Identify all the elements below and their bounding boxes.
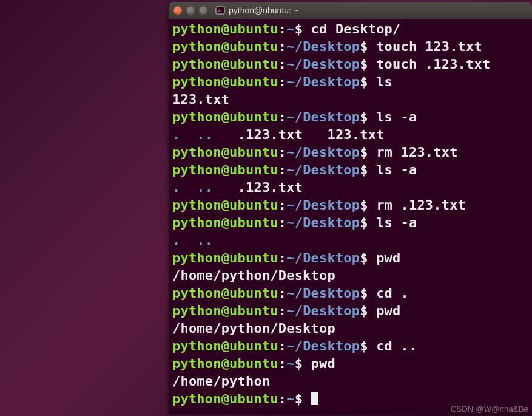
prompt-userhost: python@ubuntu	[172, 356, 278, 371]
cursor	[311, 392, 318, 405]
terminal-line: python@ubuntu:~$ cd Desktop/	[172, 20, 528, 38]
terminal-output: . .. .123.txt 123.txt	[172, 126, 528, 143]
prompt-sigil: $	[360, 145, 376, 160]
terminal-line: python@ubuntu:~/Desktop$ pwd	[172, 249, 528, 267]
prompt-path: ~/Desktop	[286, 250, 360, 265]
prompt-sep: :	[278, 145, 286, 160]
prompt-path: ~/Desktop	[286, 215, 360, 230]
prompt-userhost: python@ubuntu	[172, 74, 278, 89]
terminal-line: python@ubuntu:~/Desktop$ touch .123.txt	[172, 55, 528, 73]
terminal-line: python@ubuntu:~/Desktop$ cd ..	[172, 337, 528, 355]
command-text: pwd	[376, 250, 400, 265]
terminal-line: python@ubuntu:~/Desktop$ touch 123.txt	[172, 38, 528, 55]
prompt-sigil: $	[360, 56, 376, 72]
command-text: cd .	[376, 285, 409, 301]
terminal-line: python@ubuntu:~/Desktop$ ls -a	[172, 214, 528, 231]
command-text: rm 123.txt	[376, 145, 457, 160]
prompt-sep: :	[278, 391, 286, 406]
prompt-sep: :	[278, 250, 286, 265]
file-entry: 123.txt	[327, 127, 384, 142]
terminal-line: python@ubuntu:~/Desktop$ pwd	[172, 302, 528, 319]
file-entry: .123.txt	[238, 127, 303, 142]
prompt-userhost: python@ubuntu	[172, 285, 278, 301]
dir-entry: ..	[197, 233, 213, 248]
terminal-line: python@ubuntu:~/Desktop$ cd .	[172, 284, 528, 302]
prompt-path: ~/Desktop	[286, 56, 360, 72]
prompt-path: ~/Desktop	[286, 338, 360, 353]
prompt-sep: :	[278, 21, 286, 36]
prompt-sigil: $	[360, 39, 376, 54]
maximize-icon[interactable]	[199, 6, 207, 15]
terminal-output: . .. .123.txt	[172, 179, 528, 196]
prompt-sigil: $	[295, 391, 311, 406]
prompt-sigil: $	[360, 109, 376, 124]
prompt-path: ~/Desktop	[286, 109, 360, 124]
prompt-path: ~/Desktop	[286, 162, 360, 177]
screen: >_ python@ubuntu: ~ python@ubuntu:~$ cd …	[0, 0, 532, 416]
prompt-sep: :	[278, 285, 286, 301]
terminal-output: . ..	[172, 231, 528, 249]
prompt-path: ~/Desktop	[286, 197, 360, 213]
prompt-sep: :	[278, 74, 286, 89]
terminal-line: python@ubuntu:~/Desktop$ ls -a	[172, 108, 528, 126]
prompt-sigil: $	[360, 162, 376, 177]
prompt-userhost: python@ubuntu	[172, 215, 278, 230]
prompt-sigil: $	[360, 303, 376, 318]
command-text: touch .123.txt	[376, 56, 490, 72]
prompt-sep: :	[278, 356, 286, 371]
prompt-userhost: python@ubuntu	[172, 197, 278, 213]
command-text: pwd	[376, 303, 400, 318]
prompt-sigil: $	[360, 338, 376, 353]
command-text: ls -a	[376, 162, 417, 177]
command-text: rm .123.txt	[376, 197, 466, 213]
terminal-app-icon: >_	[215, 5, 225, 15]
prompt-sep: :	[278, 303, 286, 318]
dir-entry: ..	[197, 180, 213, 195]
prompt-sep: :	[278, 56, 286, 72]
command-text: ls -a	[376, 109, 417, 124]
prompt-sep: :	[278, 197, 286, 213]
minimize-icon[interactable]	[186, 6, 195, 15]
command-text: ls -a	[376, 215, 417, 230]
terminal-line: python@ubuntu:~/Desktop$ ls -a	[172, 161, 528, 179]
prompt-userhost: python@ubuntu	[172, 303, 278, 318]
prompt-userhost: python@ubuntu	[172, 162, 278, 177]
command-text: ls	[376, 74, 392, 89]
terminal-window[interactable]: >_ python@ubuntu: ~ python@ubuntu:~$ cd …	[169, 2, 532, 414]
prompt-sigil: $	[295, 356, 311, 371]
prompt-sep: :	[278, 338, 286, 353]
prompt-sep: :	[278, 162, 286, 177]
prompt-sigil: $	[360, 74, 376, 89]
prompt-userhost: python@ubuntu	[172, 56, 278, 72]
titlebar[interactable]: >_ python@ubuntu: ~	[169, 2, 532, 19]
prompt-path: ~	[286, 356, 294, 371]
prompt-sigil: $	[295, 21, 311, 36]
terminal-body[interactable]: python@ubuntu:~$ cd Desktop/python@ubunt…	[169, 19, 532, 411]
prompt-path: ~/Desktop	[286, 303, 360, 318]
terminal-output: /home/python/Desktop	[172, 267, 528, 284]
prompt-sep: :	[278, 39, 286, 54]
terminal-output: /home/python/Desktop	[172, 319, 528, 337]
prompt-path: ~	[286, 21, 294, 36]
window-title: python@ubuntu: ~	[229, 5, 298, 15]
prompt-userhost: python@ubuntu	[172, 109, 278, 124]
prompt-sigil: $	[360, 285, 376, 301]
prompt-path: ~/Desktop	[286, 285, 360, 301]
prompt-sigil: $	[360, 215, 376, 230]
terminal-output: 123.txt	[172, 90, 528, 108]
terminal-line: python@ubuntu:~/Desktop$ rm .123.txt	[172, 196, 528, 214]
terminal-line: python@ubuntu:~$ pwd	[172, 355, 528, 372]
file-entry: .123.txt	[238, 180, 303, 195]
command-text: touch 123.txt	[376, 39, 482, 54]
prompt-sep: :	[278, 109, 286, 124]
prompt-path: ~/Desktop	[286, 145, 360, 160]
watermark: CSDN @W@nna&Be	[451, 404, 528, 414]
command-text: cd Desktop/	[311, 21, 401, 36]
prompt-userhost: python@ubuntu	[172, 39, 278, 54]
command-text: cd ..	[376, 338, 417, 353]
prompt-userhost: python@ubuntu	[172, 21, 278, 36]
prompt-userhost: python@ubuntu	[172, 250, 278, 265]
terminal-line: python@ubuntu:~/Desktop$ ls	[172, 73, 528, 90]
dir-entry: ..	[197, 127, 213, 142]
close-icon[interactable]	[173, 6, 182, 15]
